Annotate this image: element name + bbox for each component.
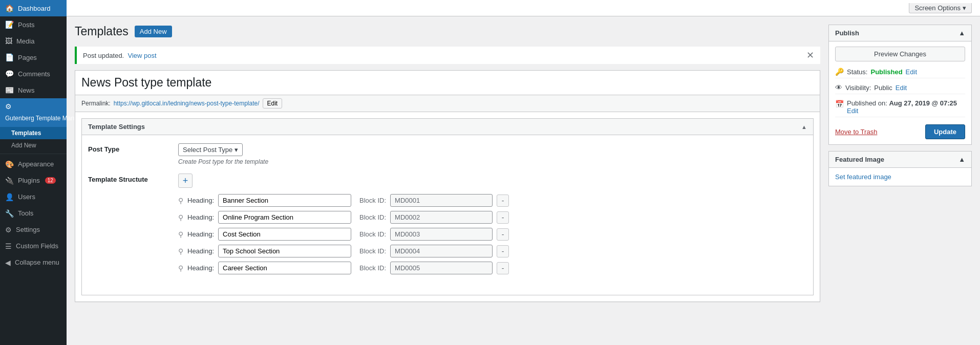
sidebar: 🏠 Dashboard 📝 Posts 🖼 Media 📄 Pages 💬 Co… xyxy=(0,0,67,345)
sidebar-item-custom-fields[interactable]: ☰ Custom Fields xyxy=(0,238,67,254)
visibility-icon: 👁 xyxy=(835,83,842,92)
block-name-input[interactable] xyxy=(218,211,351,224)
block-id-input[interactable] xyxy=(390,245,493,257)
drag-handle[interactable]: ⚲ xyxy=(178,213,183,222)
remove-block-button[interactable]: - xyxy=(497,195,509,207)
set-featured-image-link[interactable]: Set featured image xyxy=(835,173,891,181)
add-block-button[interactable]: + xyxy=(178,174,193,188)
publish-box-body: Preview Changes 🔑 Status: Published Edit… xyxy=(829,41,971,144)
publish-meta-box: Publish ▲ Preview Changes 🔑 Status: Publ… xyxy=(828,25,972,145)
block-id-label: Block ID: xyxy=(359,213,386,221)
sidebar-item-news[interactable]: 📰 News xyxy=(0,82,67,98)
visibility-edit-link[interactable]: Edit xyxy=(896,84,907,92)
sidebar-item-label: Users xyxy=(18,193,35,201)
sidebar-item-pages[interactable]: 📄 Pages xyxy=(0,49,67,66)
sidebar-sub-templates[interactable]: Templates xyxy=(0,127,67,139)
update-button[interactable]: Update xyxy=(925,124,965,139)
pages-icon: 📄 xyxy=(5,53,14,61)
drag-handle[interactable]: ⚲ xyxy=(178,247,183,255)
heading-label: Heading: xyxy=(187,197,214,204)
collapse-panel-icon: ▲ xyxy=(801,124,807,130)
publish-collapse-icon: ▲ xyxy=(958,29,965,37)
panel-body: Post Type Select Post Type ▾ Create Post… xyxy=(82,135,813,295)
sidebar-item-label: Custom Fields xyxy=(16,242,58,250)
sidebar-item-appearance[interactable]: 🎨 Appearance xyxy=(0,156,67,172)
featured-image-header: Featured Image ▲ xyxy=(829,152,971,168)
sidebar-item-label: Dashboard xyxy=(18,5,51,12)
drag-handle[interactable]: ⚲ xyxy=(178,197,183,205)
add-icon: + xyxy=(183,176,188,186)
drag-handle[interactable]: ⚲ xyxy=(178,264,183,272)
remove-block-button[interactable]: - xyxy=(497,262,509,274)
post-type-select[interactable]: Select Post Type ▾ xyxy=(178,143,243,156)
sidebar-item-dashboard[interactable]: 🏠 Dashboard xyxy=(0,0,67,16)
sidebar-item-media[interactable]: 🖼 Media xyxy=(0,33,67,49)
add-new-label: Add New xyxy=(11,142,36,149)
sidebar-item-plugins[interactable]: 🔌 Plugins 12 xyxy=(0,172,67,189)
remove-block-button[interactable]: - xyxy=(497,245,509,257)
post-type-row: Post Type Select Post Type ▾ Create Post… xyxy=(88,143,807,165)
remove-block-button[interactable]: - xyxy=(497,211,509,224)
block-id-label: Block ID: xyxy=(359,197,386,204)
sidebar-sub-add-new[interactable]: Add New xyxy=(0,139,67,152)
post-type-label: Post Type xyxy=(88,143,170,153)
block-name-input[interactable] xyxy=(218,194,351,207)
add-new-button[interactable]: Add New xyxy=(135,26,172,37)
block-id-input[interactable] xyxy=(390,262,493,274)
featured-image-title: Featured Image xyxy=(835,156,884,163)
published-on-edit-link[interactable]: Edit xyxy=(847,107,858,115)
view-post-link[interactable]: View post xyxy=(127,52,156,59)
sidebar-item-comments[interactable]: 💬 Comments xyxy=(0,66,67,82)
permalink-url[interactable]: https://wp.gitlocal.in/ledning/news-post… xyxy=(114,100,260,107)
published-on-content: Published on: Aug 27, 2019 @ 07:25 Edit xyxy=(847,99,957,115)
sidebar-collapse-menu[interactable]: ◀ Collapse menu xyxy=(0,254,67,271)
heading-label: Heading: xyxy=(187,230,214,238)
screen-options-label: Screen Options xyxy=(914,4,961,12)
block-name-input[interactable] xyxy=(218,262,351,274)
tools-icon: 🔧 xyxy=(5,209,14,218)
status-label: Status: xyxy=(847,68,867,76)
sidebar-item-label: Posts xyxy=(18,21,35,29)
post-title-input[interactable] xyxy=(75,71,820,95)
move-to-trash-button[interactable]: Move to Trash xyxy=(835,128,877,136)
permalink-edit-button[interactable]: Edit xyxy=(263,98,283,109)
remove-block-button[interactable]: - xyxy=(497,228,509,241)
publish-title: Publish xyxy=(835,29,859,37)
block-name-input[interactable] xyxy=(218,245,351,257)
settings-icon: ⚙ xyxy=(5,226,12,234)
custom-fields-icon: ☰ xyxy=(5,242,12,250)
sidebar-item-users[interactable]: 👤 Users xyxy=(0,189,67,205)
featured-image-body: Set featured image xyxy=(829,168,971,186)
sidebar-item-settings[interactable]: ⚙ Settings xyxy=(0,222,67,238)
update-notice: Post updated. View post ✕ xyxy=(75,47,820,64)
sidebar-item-gutenberg[interactable]: ⚙ Gutenberg Template Manager xyxy=(0,98,67,127)
notice-message: Post updated. xyxy=(83,52,124,59)
sidebar-item-tools[interactable]: 🔧 Tools xyxy=(0,205,67,222)
sidebar-item-label: Pages xyxy=(18,54,37,61)
sidebar-item-posts[interactable]: 📝 Posts xyxy=(0,16,67,33)
publish-box-header: Publish ▲ xyxy=(829,25,971,41)
drag-handle[interactable]: ⚲ xyxy=(178,230,183,239)
block-id-input[interactable] xyxy=(390,228,493,241)
featured-image-meta-box: Featured Image ▲ Set featured image xyxy=(828,151,972,186)
sidebar-item-label: Comments xyxy=(18,70,50,78)
permalink-label: Permalink: xyxy=(81,100,111,107)
heading-label: Heading: xyxy=(187,264,214,272)
permalink-row: Permalink: https://wp.gitlocal.in/lednin… xyxy=(75,95,820,112)
sidebar-item-label: Media xyxy=(16,37,34,45)
screen-options-button[interactable]: Screen Options ▾ xyxy=(909,3,972,13)
preview-changes-button[interactable]: Preview Changes xyxy=(835,47,965,61)
block-id-input[interactable] xyxy=(390,211,493,224)
news-icon: 📰 xyxy=(5,86,14,94)
template-settings-header[interactable]: Template Settings ▲ xyxy=(82,119,813,135)
status-edit-link[interactable]: Edit xyxy=(906,68,917,76)
block-name-input[interactable] xyxy=(218,228,351,241)
gutenberg-icon: ⚙ xyxy=(5,102,12,111)
block-id-input[interactable] xyxy=(390,194,493,207)
block-row: ⚲ Heading: Block ID: - xyxy=(178,211,807,224)
notice-close-button[interactable]: ✕ xyxy=(806,51,814,60)
content-wrapper: Templates Add New Post updated. View pos… xyxy=(67,16,980,345)
publish-actions: Move to Trash Update xyxy=(835,121,965,139)
block-row: ⚲ Heading: Block ID: - xyxy=(178,194,807,207)
notice-text: Post updated. View post xyxy=(83,52,157,59)
